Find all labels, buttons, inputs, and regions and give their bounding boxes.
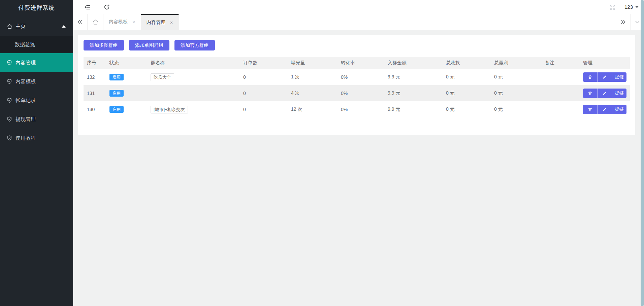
add-official-group-button[interactable]: 添加官方群组 xyxy=(174,40,215,50)
cell-total-received: 0 元 xyxy=(443,101,491,117)
delete-button[interactable] xyxy=(583,89,598,98)
sidebar-item-tutorial[interactable]: 使用教程 xyxy=(0,129,73,147)
table-row: 132 启用 吃瓜大全 0 1 次 0% 9.9 元 0 元 0 元 xyxy=(84,69,630,85)
table-row: 130 启用 [城市]+相亲交友 0 12 次 0% 9.9 元 0 元 0 元 xyxy=(84,101,630,117)
cell-conversion: 0% xyxy=(337,69,384,85)
tabs-scroll-right-button[interactable] xyxy=(616,14,630,30)
extract-link-button[interactable]: 提链 xyxy=(612,89,626,98)
sidebar-item-withdraw-manage[interactable]: 提现管理 xyxy=(0,110,73,129)
shield-check-icon xyxy=(6,135,13,141)
col-group-name: 群名称 xyxy=(147,57,240,69)
col-total-profit: 总赢利 xyxy=(491,57,542,69)
extract-link-button[interactable]: 提链 xyxy=(612,105,626,114)
fold-menu-icon[interactable] xyxy=(83,3,91,11)
col-orders: 订单数 xyxy=(240,57,288,69)
tab-label: 内容管理 xyxy=(147,20,165,26)
add-single-image-group-button[interactable]: 添加单图群组 xyxy=(129,40,169,50)
sidebar-item-label: 主页 xyxy=(15,23,26,30)
cell-exposure: 4 次 xyxy=(288,85,337,101)
chevron-up-icon xyxy=(62,25,66,28)
scrollbar[interactable] xyxy=(641,0,644,306)
delete-button[interactable] xyxy=(583,72,598,82)
sidebar-item-billing-records[interactable]: 帐单记录 xyxy=(0,91,73,110)
row-actions: 提链 xyxy=(583,89,626,98)
edit-button[interactable] xyxy=(598,89,612,98)
table-row: 131 启用 0 4 次 0% 9.9 元 0 元 0 元 xyxy=(84,85,630,101)
sidebar-item-label: 使用教程 xyxy=(15,135,36,141)
refresh-icon[interactable] xyxy=(103,3,111,11)
row-actions: 提链 xyxy=(583,105,626,114)
cell-join-amount: 9.9 元 xyxy=(384,69,443,85)
table-header-row: 序号 状态 群名称 订单数 曝光量 转化率 入群金额 总收款 总赢利 备注 管理 xyxy=(84,57,630,69)
pencil-icon xyxy=(602,75,607,79)
pencil-icon xyxy=(602,91,607,96)
sidebar-item-label: 内容模板 xyxy=(15,78,36,85)
trash-icon xyxy=(588,75,592,79)
close-icon[interactable]: × xyxy=(170,20,173,25)
main-content: 添加多图群组 添加单图群组 添加官方群组 序号 状态 群名称 订单数 曝光量 转… xyxy=(73,30,644,306)
group-table: 序号 状态 群名称 订单数 曝光量 转化率 入群金额 总收款 总赢利 备注 管理… xyxy=(84,57,630,117)
shield-check-icon xyxy=(6,116,13,123)
col-seq: 序号 xyxy=(84,57,106,69)
col-status: 状态 xyxy=(106,57,147,69)
shield-check-icon xyxy=(6,97,13,104)
chevron-down-icon xyxy=(635,6,639,8)
cell-note xyxy=(542,85,580,101)
cell-total-received: 0 元 xyxy=(443,85,491,101)
col-join-amount: 入群金额 xyxy=(384,57,443,69)
tab-strip-controls xyxy=(616,14,644,30)
sidebar-nav: 内容管理 内容模板 帐单记录 提现管理 xyxy=(0,53,73,147)
trash-icon xyxy=(588,91,592,96)
home-icon xyxy=(92,19,99,25)
col-exposure: 曝光量 xyxy=(288,57,337,69)
edit-button[interactable] xyxy=(598,72,612,82)
tab-home[interactable] xyxy=(88,14,103,30)
cell-exposure: 1 次 xyxy=(288,69,337,85)
edit-button[interactable] xyxy=(598,105,612,114)
cell-conversion: 0% xyxy=(337,101,384,117)
cell-seq: 132 xyxy=(84,69,106,85)
status-badge: 启用 xyxy=(109,74,124,80)
row-actions: 提链 xyxy=(583,72,626,82)
sidebar-item-content-manage[interactable]: 内容管理 xyxy=(0,53,73,72)
tabs-scroll-left-button[interactable] xyxy=(73,14,88,30)
shield-check-icon xyxy=(6,78,13,85)
sidebar-item-label: 帐单记录 xyxy=(15,97,36,104)
extract-link-button[interactable]: 提链 xyxy=(612,72,626,82)
tab-strip: 内容模板 × 内容管理 × xyxy=(73,14,644,30)
tab-content-manage[interactable]: 内容管理 × xyxy=(141,14,179,30)
col-total-received: 总收款 xyxy=(443,57,491,69)
cell-total-profit: 0 元 xyxy=(491,69,542,85)
group-name-tag: 吃瓜大全 xyxy=(151,73,174,81)
sidebar-submenu: 数据总览 xyxy=(0,36,73,53)
col-conversion: 转化率 xyxy=(337,57,384,69)
cell-note xyxy=(542,101,580,117)
sidebar-item-content-template[interactable]: 内容模板 xyxy=(0,72,73,91)
home-icon xyxy=(6,23,13,30)
username: 123 xyxy=(624,4,633,10)
delete-button[interactable] xyxy=(583,105,598,114)
add-multi-image-group-button[interactable]: 添加多图群组 xyxy=(84,40,124,50)
status-badge: 启用 xyxy=(109,106,124,113)
cell-group-name xyxy=(147,85,240,101)
cell-total-profit: 0 元 xyxy=(491,85,542,101)
tab-content-template[interactable]: 内容模板 × xyxy=(103,14,141,30)
tab-label: 内容模板 xyxy=(109,19,128,25)
pencil-icon xyxy=(602,107,607,112)
cell-note xyxy=(542,69,580,85)
app-title: 付费进群系统 xyxy=(0,0,73,16)
sidebar-item-home[interactable]: 主页 xyxy=(0,19,73,34)
topbar: 123 xyxy=(73,0,644,14)
user-dropdown[interactable]: 123 xyxy=(624,0,639,14)
fullscreen-icon[interactable] xyxy=(608,3,616,11)
cell-orders: 0 xyxy=(240,85,288,101)
close-icon[interactable]: × xyxy=(132,20,135,25)
sidebar-item-data-overview[interactable]: 数据总览 xyxy=(0,36,73,53)
trash-icon xyxy=(588,107,592,112)
cell-conversion: 0% xyxy=(337,85,384,101)
status-badge: 启用 xyxy=(109,90,124,97)
cell-exposure: 12 次 xyxy=(288,101,337,117)
cell-orders: 0 xyxy=(240,69,288,85)
cell-seq: 131 xyxy=(84,85,106,101)
sidebar-item-label: 提现管理 xyxy=(15,116,36,123)
